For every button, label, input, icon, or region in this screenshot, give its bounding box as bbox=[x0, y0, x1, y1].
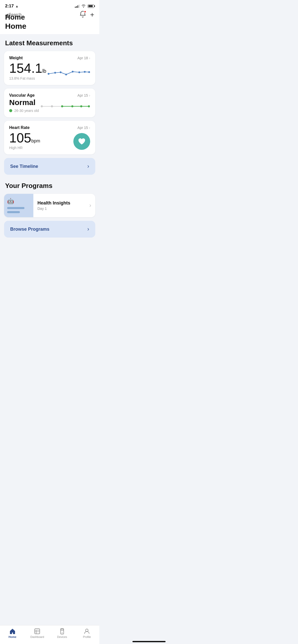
timeline-label: See Timeline bbox=[10, 164, 38, 169]
weight-unit: lb bbox=[42, 68, 46, 74]
weight-card[interactable]: Weight Apr 18 › 154.1lb 13.8% Fat mass bbox=[4, 51, 95, 85]
heart-rate-subtitle: High HR bbox=[9, 146, 40, 150]
svg-point-6 bbox=[84, 71, 86, 73]
heart-rate-date-arrow: › bbox=[89, 126, 90, 130]
location-arrow-icon: ▲ bbox=[15, 4, 19, 8]
wifi-icon bbox=[81, 4, 86, 8]
vascular-date: Apr 15 › bbox=[77, 93, 90, 97]
add-icon: + bbox=[90, 11, 94, 19]
see-timeline-button[interactable]: See Timeline › bbox=[4, 158, 95, 175]
program-name: Health Insights bbox=[37, 200, 70, 206]
svg-point-7 bbox=[88, 71, 90, 73]
svg-point-0 bbox=[48, 73, 49, 75]
notification-dot bbox=[84, 10, 86, 13]
battery-icon bbox=[88, 5, 94, 8]
svg-point-9 bbox=[41, 105, 43, 107]
svg-point-1 bbox=[54, 72, 56, 74]
heart-rate-date: Apr 15 › bbox=[77, 126, 90, 130]
timeline-arrow-icon: › bbox=[87, 163, 89, 170]
nav-bar: ◀ Search Home + bbox=[0, 10, 99, 22]
svg-point-10 bbox=[51, 105, 53, 107]
weight-date-arrow: › bbox=[89, 56, 90, 60]
program-day: Day 1 bbox=[37, 207, 70, 211]
vascular-value: Normal bbox=[9, 98, 39, 107]
browse-label: Browse Programs bbox=[10, 227, 49, 232]
heart-rate-label: Heart Rate bbox=[9, 125, 30, 130]
home-title: Home bbox=[5, 22, 26, 30]
main-content: Latest Measurements Weight Apr 18 › 154.… bbox=[0, 34, 99, 263]
svg-point-2 bbox=[60, 71, 61, 73]
vascular-subtitle: 26-30 years old bbox=[14, 109, 39, 113]
vascular-green-dot bbox=[9, 109, 12, 112]
svg-point-4 bbox=[72, 71, 74, 72]
heart-rate-unit: bpm bbox=[31, 138, 40, 143]
heart-icon bbox=[77, 138, 86, 145]
weight-date: Apr 18 › bbox=[77, 56, 90, 60]
svg-point-3 bbox=[65, 74, 67, 75]
browse-arrow-icon: › bbox=[87, 226, 89, 232]
health-insights-program-card[interactable]: 🤖 Health Insights Day 1 › bbox=[4, 194, 95, 217]
heart-rate-value: 105 bbox=[9, 130, 31, 145]
signal-icon bbox=[75, 4, 79, 8]
vascular-age-card[interactable]: Vascular Age Apr 15 › Normal 26-30 years… bbox=[4, 89, 95, 117]
weight-label: Weight bbox=[9, 56, 23, 60]
program-thumbnail: 🤖 bbox=[4, 194, 33, 217]
weight-value: 154.1 bbox=[9, 61, 42, 76]
vascular-chart bbox=[39, 99, 90, 113]
add-button[interactable]: + bbox=[90, 11, 94, 18]
svg-point-14 bbox=[71, 105, 73, 107]
heart-circle bbox=[73, 133, 90, 150]
svg-point-15 bbox=[80, 105, 82, 107]
status-bar: 2:17 ▲ bbox=[0, 0, 99, 10]
status-time: 2:17 bbox=[5, 4, 14, 9]
svg-point-5 bbox=[78, 71, 80, 73]
svg-point-13 bbox=[61, 105, 63, 107]
weight-subtitle: 13.8% Fat mass bbox=[9, 76, 46, 80]
heart-rate-card[interactable]: Heart Rate Apr 15 › 105bpm High HR bbox=[4, 121, 95, 155]
measurements-section-title: Latest Measurements bbox=[4, 39, 95, 47]
vascular-label: Vascular Age bbox=[9, 93, 35, 98]
weight-chart bbox=[46, 65, 90, 80]
program-arrow-icon: › bbox=[89, 202, 91, 209]
vascular-date-arrow: › bbox=[89, 93, 90, 97]
svg-point-16 bbox=[88, 105, 90, 107]
programs-section-title: Your Programs bbox=[4, 182, 95, 190]
page-title: Home bbox=[5, 13, 25, 21]
program-thumb-face-icon: 🤖 bbox=[7, 198, 14, 204]
browse-programs-button[interactable]: Browse Programs › bbox=[4, 221, 95, 238]
notification-bell-button[interactable] bbox=[79, 11, 86, 19]
